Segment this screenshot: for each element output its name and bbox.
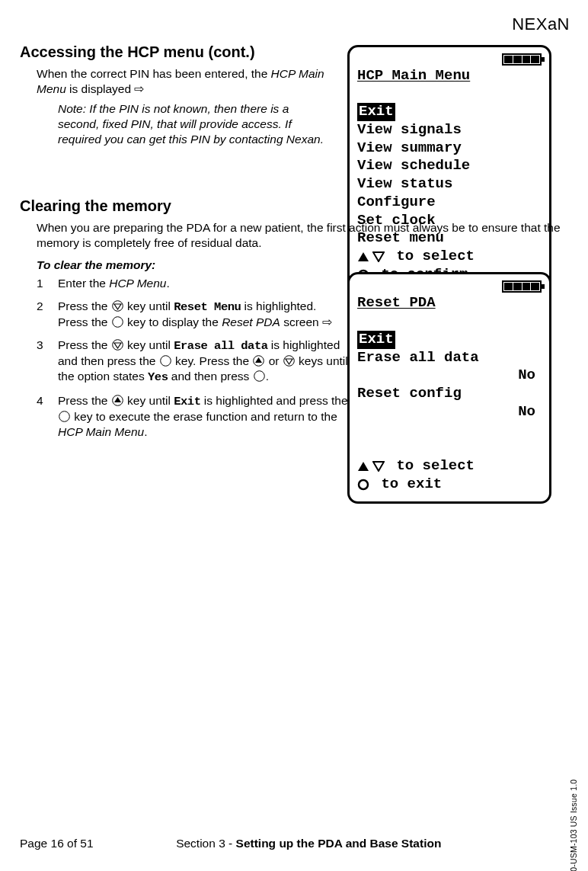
- s1-para-b: is displayed: [66, 82, 135, 95]
- lcd1-item-view-summary: View summary: [357, 139, 542, 158]
- step-2-d: key to display the: [124, 315, 222, 328]
- step-3-d: key. Press the: [172, 354, 253, 367]
- svg-marker-4: [114, 304, 121, 309]
- lcd-screen-reset-pda: Reset PDA Exit Erase all data No Reset c…: [347, 272, 551, 503]
- step-4-d: key to execute the erase function and re…: [71, 410, 337, 423]
- section-1-para: When the correct PIN has been entered, t…: [37, 66, 341, 97]
- lcd1-title: HCP Main Menu: [357, 67, 542, 85]
- svg-point-13: [254, 371, 264, 382]
- step-4: 4 Press the key until Exit is highlighte…: [37, 393, 349, 440]
- document-id-label: 300-USM-103 US Issue 1.0: [568, 780, 579, 871]
- step-2-arrow-icon: ⇨: [322, 315, 332, 328]
- footer-section-prefix: Section 3 -: [176, 837, 235, 850]
- up-solid-key-icon: [112, 395, 123, 406]
- svg-marker-10: [255, 357, 262, 363]
- svg-marker-12: [286, 359, 292, 364]
- step-2-a: Press the: [58, 299, 111, 312]
- circle-key-icon: [112, 316, 123, 328]
- step-3-e: or: [265, 354, 282, 367]
- step-3-mono2: Yes: [148, 370, 168, 384]
- step-3-b: key until: [124, 338, 174, 351]
- lcd2-help2: to exit: [372, 476, 442, 494]
- down-outline-key-icon: [112, 339, 123, 351]
- up-solid-key-icon: [253, 355, 264, 367]
- circle-outline-icon: [357, 479, 369, 491]
- step-4-e: .: [144, 425, 147, 438]
- step-2-num: 2: [37, 299, 58, 330]
- arrow-icon: ⇨: [134, 82, 144, 95]
- down-outline-key-icon: [112, 300, 123, 312]
- step-3-mono1: Erase all data: [174, 339, 267, 353]
- down-outline-key-icon: [283, 355, 295, 367]
- down-outline-icon: [372, 461, 385, 472]
- lcd2-help1: to select: [388, 457, 475, 476]
- svg-marker-18: [373, 462, 384, 471]
- step-4-c: is highlighted and press the: [200, 394, 347, 407]
- lcd2-title: Reset PDA: [357, 294, 542, 312]
- circle-key-icon: [160, 355, 171, 367]
- circle-key-icon: [59, 411, 70, 422]
- svg-marker-15: [114, 397, 121, 402]
- lcd1-item-view-signals: View signals: [357, 121, 542, 139]
- lcd2-item-reset-config-value: No: [357, 403, 542, 421]
- svg-point-5: [112, 317, 123, 328]
- lcd1-item-view-status: View status: [357, 175, 542, 194]
- step-4-mono1: Exit: [174, 395, 200, 408]
- section-2-intro: When you are preparing the PDA for a new…: [37, 220, 588, 251]
- section-2-subhead: To clear the memory:: [37, 258, 588, 273]
- step-1-num: 1: [37, 276, 58, 291]
- step-3: 3 Press the key until Erase all data is …: [37, 338, 349, 385]
- step-2-mono1: Reset Menu: [174, 300, 241, 314]
- brand-logo: NEXaN: [20, 14, 570, 36]
- lcd2-item-reset-config: Reset config: [357, 385, 542, 403]
- svg-point-19: [359, 480, 368, 489]
- page-number: Page 16 of 51: [20, 836, 94, 851]
- step-4-a: Press the: [58, 394, 111, 407]
- footer-section-title: Setting up the PDA and Base Station: [236, 837, 442, 850]
- step-3-g: and then press: [168, 370, 252, 383]
- s1-para-a: When the correct PIN has been entered, t…: [37, 67, 271, 80]
- lcd2-item-erase-value: No: [357, 367, 542, 385]
- step-3-a: Press the: [58, 338, 111, 351]
- up-solid-icon: [357, 461, 369, 472]
- step-3-h: .: [266, 370, 269, 383]
- lcd1-item-exit: Exit: [357, 103, 395, 121]
- section-1-note: Note: If the PIN is not known, then ther…: [58, 101, 332, 147]
- step-1-b: .: [166, 277, 169, 290]
- battery-icon: [357, 53, 542, 66]
- svg-marker-7: [114, 343, 121, 348]
- svg-marker-17: [358, 462, 369, 471]
- battery-icon: [357, 280, 542, 293]
- svg-point-16: [59, 411, 70, 421]
- circle-key-icon: [254, 370, 265, 382]
- step-3-num: 3: [37, 338, 58, 385]
- step-2-b: key until: [124, 299, 174, 312]
- step-4-b: key until: [124, 394, 174, 407]
- step-1-it: HCP Menu: [109, 277, 166, 290]
- step-2-e: screen: [280, 315, 322, 328]
- svg-point-8: [160, 356, 171, 367]
- page-footer: Page 16 of 51 Section 3 - Setting up the…: [20, 836, 570, 851]
- step-4-num: 4: [37, 393, 58, 440]
- lcd2-item-exit: Exit: [357, 331, 395, 349]
- step-2-it: Reset PDA: [222, 315, 280, 328]
- lcd2-item-erase: Erase all data: [357, 349, 542, 367]
- section-2-title: Clearing the memory: [20, 196, 570, 216]
- step-1: 1 Enter the HCP Menu.: [37, 276, 349, 291]
- step-4-it: HCP Main Menu: [58, 425, 144, 438]
- step-1-a: Enter the: [58, 277, 109, 290]
- step-2: 2 Press the key until Reset Menu is high…: [37, 299, 349, 330]
- lcd1-item-view-schedule: View schedule: [357, 157, 542, 175]
